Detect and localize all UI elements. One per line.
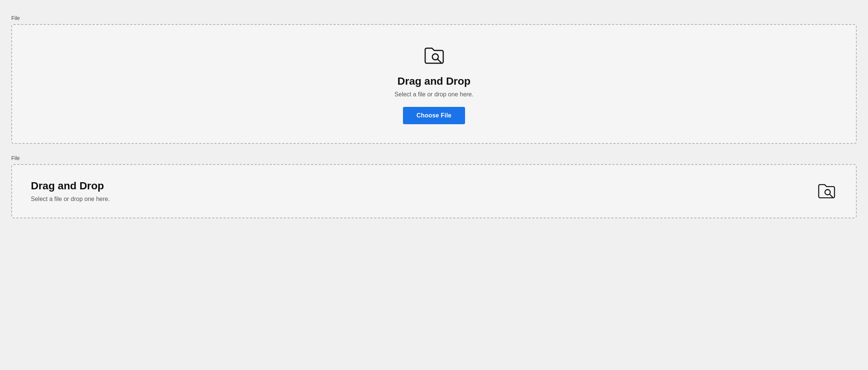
dropzone-2-title: Drag and Drop <box>31 180 104 192</box>
folder-search-icon <box>422 44 446 68</box>
dropzone-2-content: Drag and Drop Select a file or drop one … <box>31 180 110 203</box>
file-upload-section-1: File Drag and Drop Select a file or drop… <box>11 15 857 144</box>
dropzone-1-subtitle: Select a file or drop one here. <box>395 91 474 98</box>
dropzone-2-subtitle: Select a file or drop one here. <box>31 196 110 203</box>
choose-file-button[interactable]: Choose File <box>403 107 465 124</box>
dropzone-1[interactable]: Drag and Drop Select a file or drop one … <box>11 24 857 144</box>
folder-search-icon-2 <box>816 181 837 202</box>
dropzone-1-content: Drag and Drop Select a file or drop one … <box>395 75 474 124</box>
dropzone-2[interactable]: Drag and Drop Select a file or drop one … <box>11 164 857 218</box>
file-upload-section-2: File Drag and Drop Select a file or drop… <box>11 155 857 218</box>
section-2-label: File <box>11 155 857 161</box>
svg-line-3 <box>830 194 833 197</box>
section-1-label: File <box>11 15 857 21</box>
dropzone-1-title: Drag and Drop <box>397 75 470 87</box>
svg-line-1 <box>438 59 441 62</box>
